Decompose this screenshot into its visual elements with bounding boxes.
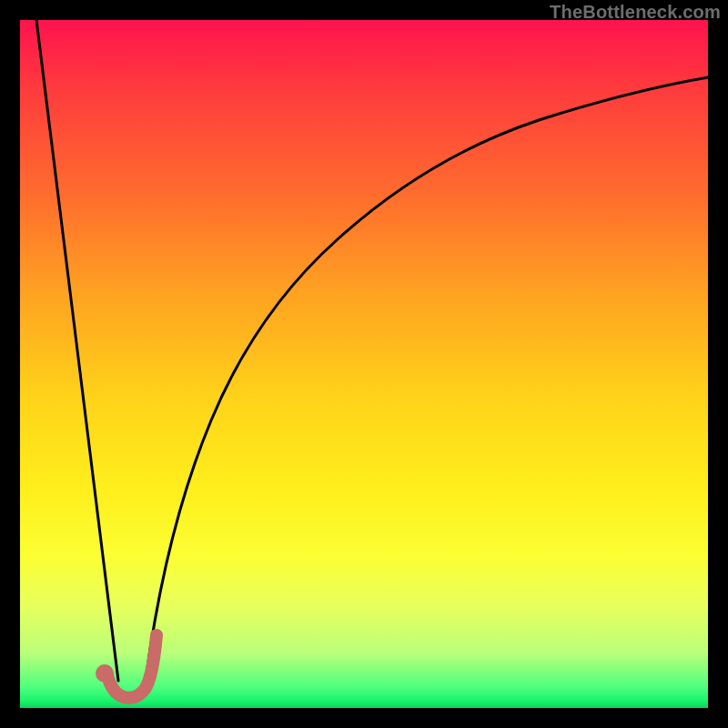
right-branch-curve [146, 77, 708, 681]
highlight-j-stroke [106, 635, 157, 698]
chart-curves-svg [20, 20, 708, 708]
chart-frame: TheBottleneck.com [0, 0, 728, 728]
watermark-text: TheBottleneck.com [550, 2, 721, 23]
chart-plot-area [20, 20, 708, 708]
left-branch-curve [36, 20, 118, 681]
highlight-marker-dot [96, 664, 114, 682]
